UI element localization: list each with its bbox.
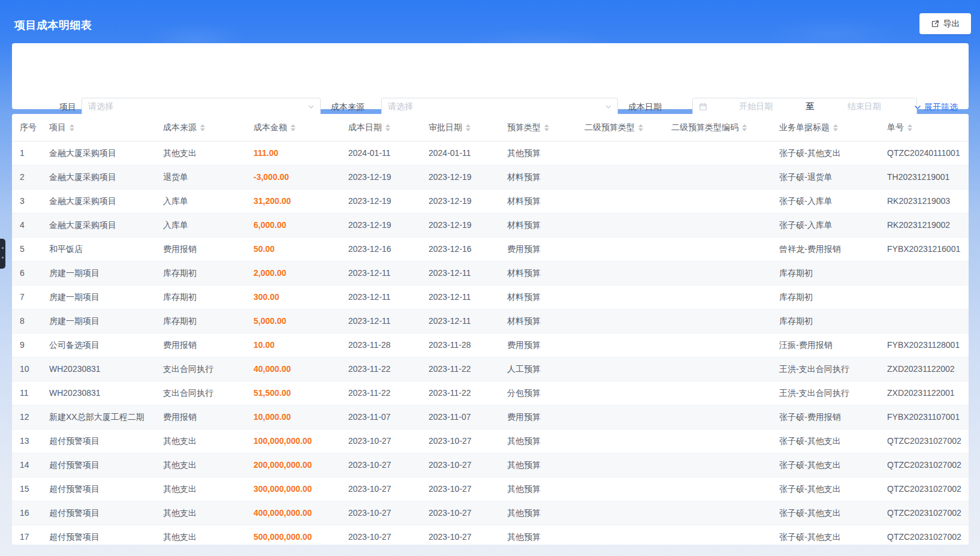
- cell: 金融大厦采购项目: [41, 190, 155, 213]
- date-range-separator: 至: [803, 101, 818, 112]
- cell: 2023-12-11: [340, 309, 421, 333]
- cell: 材料预算: [499, 309, 577, 333]
- end-date-input[interactable]: 结束日期: [818, 101, 911, 112]
- table-row: 8房建一期项目库存期初5,000.002023-12-112023-12-11材…: [12, 309, 969, 333]
- sort-icon[interactable]: [907, 124, 912, 131]
- cell: 张子硕-入库单: [771, 190, 879, 213]
- sort-icon[interactable]: [466, 124, 471, 131]
- cell: 费用报销: [155, 333, 246, 357]
- cell: 2023-12-19: [340, 190, 421, 213]
- cell: 40,000.00: [246, 357, 340, 381]
- project-filter-label: 项目: [24, 102, 76, 112]
- sort-icon[interactable]: [291, 124, 295, 131]
- sort-icon[interactable]: [638, 124, 643, 131]
- sort-icon[interactable]: [200, 124, 205, 131]
- table-row: 9公司备选项目费用报销10.002023-11-282023-11-28费用预算…: [12, 333, 969, 357]
- cell: [664, 238, 771, 261]
- column-header[interactable]: 项目: [41, 114, 155, 142]
- cell: 其他预算: [499, 453, 577, 477]
- cell: 材料预算: [499, 262, 577, 285]
- cell: 4: [12, 214, 41, 237]
- side-drawer-handle[interactable]: [0, 239, 5, 269]
- column-header[interactable]: 成本金额: [246, 114, 340, 142]
- cell: 300,000,000.00: [246, 477, 340, 501]
- cell: 2023-10-27: [340, 429, 421, 453]
- cell: 13: [12, 429, 41, 453]
- column-header[interactable]: 单号: [879, 114, 969, 142]
- sort-icon[interactable]: [70, 124, 74, 131]
- cell: ZXD20231122002: [879, 357, 969, 381]
- cell: FYBX20231216001: [879, 238, 969, 261]
- cell: [577, 357, 664, 381]
- cost-source-select-placeholder: 请选择: [388, 101, 605, 112]
- cell: 其他支出: [155, 477, 246, 501]
- column-header[interactable]: 成本日期: [340, 114, 421, 142]
- sort-icon[interactable]: [742, 124, 747, 131]
- start-date-input[interactable]: 开始日期: [710, 101, 803, 112]
- cost-date-range-picker[interactable]: 开始日期 至 结束日期: [692, 98, 917, 116]
- cell: 超付预警项目: [41, 501, 155, 525]
- cell: [664, 453, 771, 477]
- table-row: 7房建一期项目库存期初300.002023-12-112023-12-11材料预…: [12, 285, 969, 309]
- expand-filter-link[interactable]: 展开筛选: [914, 102, 958, 113]
- cell: QTZC20240111001: [879, 142, 969, 165]
- cell: [664, 190, 771, 213]
- cell: 费用预算: [499, 405, 577, 429]
- column-header[interactable]: 审批日期: [421, 114, 499, 142]
- cell: 300.00: [246, 285, 340, 309]
- column-label: 单号: [887, 122, 904, 133]
- cell: 2023-12-11: [340, 285, 421, 309]
- sort-icon[interactable]: [833, 124, 838, 131]
- cell: 库存期初: [155, 262, 246, 285]
- cell: 2023-10-27: [340, 525, 421, 545]
- cell: 2023-10-27: [340, 453, 421, 477]
- cell: [664, 333, 771, 357]
- export-button[interactable]: 导出: [919, 13, 971, 34]
- cost-source-select[interactable]: 请选择: [381, 98, 618, 116]
- cell: 31,200.00: [246, 190, 340, 213]
- filter-panel: 项目 请选择 成本来源 请选择 成本日期 开始日期 至 结束日期 展开筛选 搜索: [12, 43, 969, 109]
- cell: 2023-12-19: [421, 190, 499, 213]
- column-header[interactable]: 成本来源: [155, 114, 246, 142]
- cell: [664, 525, 771, 545]
- column-header[interactable]: 二级预算类型: [577, 114, 664, 142]
- cell: [664, 142, 771, 165]
- cell: [879, 262, 969, 285]
- table-row: 12新建XX总部大厦工程二期费用报销10,000.002023-11-07202…: [12, 405, 969, 429]
- cell: 17: [12, 525, 41, 545]
- cell: 10.00: [246, 333, 340, 357]
- column-header[interactable]: 二级预算类型编码: [664, 114, 771, 142]
- calendar-icon: [699, 103, 707, 111]
- table-row: 15超付预警项目其他支出300,000,000.002023-10-272023…: [12, 477, 969, 501]
- sort-icon[interactable]: [544, 124, 549, 131]
- column-header[interactable]: 业务单据标题: [771, 114, 879, 142]
- cell: 和平饭店: [41, 238, 155, 261]
- project-select[interactable]: 请选择: [82, 98, 321, 116]
- cell: 2: [12, 166, 41, 189]
- cell: 其他预算: [499, 477, 577, 501]
- cell: 100,000,000.00: [246, 429, 340, 453]
- page-title: 项目成本明细表: [14, 18, 92, 32]
- cell: [577, 214, 664, 237]
- cell: 曾祥龙-费用报销: [771, 238, 879, 261]
- cell: 7: [12, 285, 41, 309]
- table-row: 17超付预警项目其他支出500,000,000.002023-10-272023…: [12, 525, 969, 545]
- cell: QTZC20231027002: [879, 477, 969, 501]
- table-row: 11WH20230831支出合同执行51,500.002023-11-22202…: [12, 381, 969, 405]
- cell: 超付预警项目: [41, 429, 155, 453]
- cell: [664, 429, 771, 453]
- column-header[interactable]: 预算类型: [499, 114, 577, 142]
- cell: [879, 309, 969, 333]
- cell: 2023-12-16: [421, 238, 499, 261]
- cell: 库存期初: [771, 262, 879, 285]
- export-label: 导出: [943, 19, 960, 29]
- table-row: 4金融大厦采购项目入库单6,000.002023-12-192023-12-19…: [12, 214, 969, 238]
- cell: [577, 190, 664, 213]
- column-label: 二级预算类型编码: [671, 122, 738, 133]
- cell: 111.00: [246, 142, 340, 165]
- cell: 2023-11-28: [340, 333, 421, 357]
- cell: 支出合同执行: [155, 381, 246, 405]
- cell: [577, 429, 664, 453]
- cell: 2023-12-19: [340, 214, 421, 237]
- sort-icon[interactable]: [385, 124, 390, 131]
